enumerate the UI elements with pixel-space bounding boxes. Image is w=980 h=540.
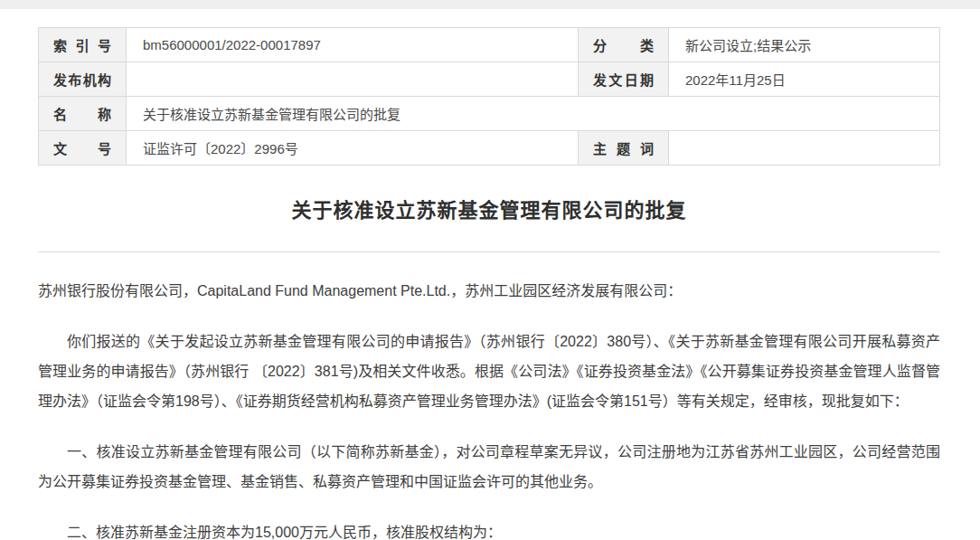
document-body: 苏州银行股份有限公司，CapitaLand Fund Management Pt… <box>38 276 940 540</box>
document-title: 关于核准设立苏新基金管理有限公司的批复 <box>38 194 940 223</box>
body-paragraph-intro: 你们报送的《关于发起设立苏新基金管理有限公司的申请报告》（苏州银行〔2022〕3… <box>38 327 940 416</box>
meta-row-agency-date: 发布机构 发文日期 2022年11月25日 <box>39 62 940 97</box>
document-name-value: 关于核准设立苏新基金管理有限公司的批复 <box>127 97 940 131</box>
document-name-label: 名称 <box>39 97 127 131</box>
category-value: 新公司设立;结果公示 <box>669 28 940 62</box>
document-number-label: 文号 <box>39 131 127 166</box>
body-paragraph-item-2: 二、核准苏新基金注册资本为15,000万元人民币，核准股权结构为： <box>38 517 940 540</box>
meta-row-name: 名称 关于核准设立苏新基金管理有限公司的批复 <box>39 97 940 131</box>
subject-words-label: 主题词 <box>579 131 669 166</box>
meta-row-index-category: 索引号 bm56000001/2022-00017897 分类 新公司设立;结果… <box>39 28 940 62</box>
index-number-label: 索引号 <box>39 28 127 62</box>
document-page: 索引号 bm56000001/2022-00017897 分类 新公司设立;结果… <box>0 9 980 540</box>
index-number-value: bm56000001/2022-00017897 <box>127 28 579 62</box>
page-top-strip <box>0 0 980 9</box>
publish-date-label: 发文日期 <box>579 62 669 97</box>
title-divider <box>38 251 940 252</box>
meta-table: 索引号 bm56000001/2022-00017897 分类 新公司设立;结果… <box>38 27 940 166</box>
body-paragraph-item-1: 一、核准设立苏新基金管理有限公司（以下简称苏新基金），对公司章程草案无异议，公司… <box>38 437 940 497</box>
salutation-paragraph: 苏州银行股份有限公司，CapitaLand Fund Management Pt… <box>38 276 940 306</box>
category-label: 分类 <box>579 28 669 62</box>
issuing-agency-value <box>127 62 579 97</box>
subject-words-value <box>669 131 940 166</box>
document-number-value: 证监许可〔2022〕2996号 <box>127 131 579 166</box>
publish-date-value: 2022年11月25日 <box>669 62 940 97</box>
issuing-agency-label: 发布机构 <box>39 62 127 97</box>
meta-row-number-subject: 文号 证监许可〔2022〕2996号 主题词 <box>39 131 940 166</box>
